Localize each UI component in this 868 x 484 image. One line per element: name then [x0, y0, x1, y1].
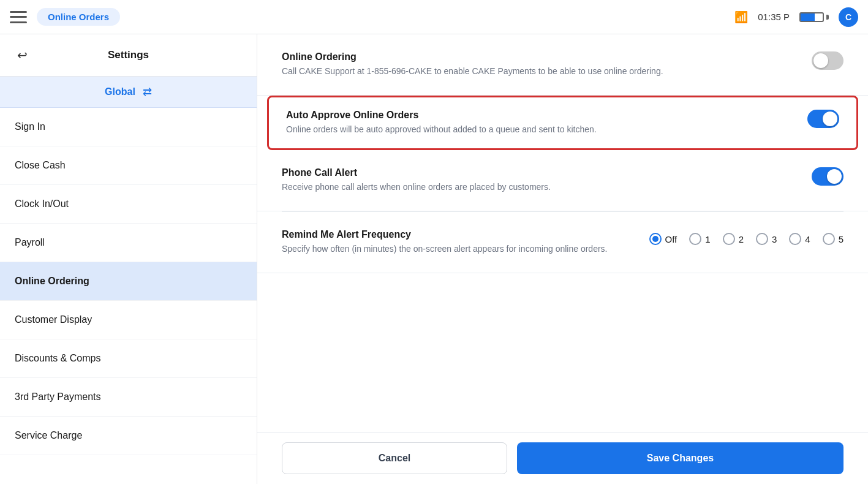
radio-option-5[interactable]: 5: [823, 233, 843, 245]
sidebar-item-close-cash[interactable]: Close Cash: [0, 146, 257, 185]
sidebar-title: Settings: [32, 49, 225, 61]
remind-me-desc: Specify how often (in minutes) the on-sc…: [282, 243, 637, 255]
radio-circle-3: [756, 233, 768, 245]
save-changes-button[interactable]: Save Changes: [517, 442, 843, 474]
online-ordering-row: Online Ordering Call CAKE Support at 1-8…: [282, 51, 843, 78]
topbar-right: 📶 01:35 P C: [734, 7, 858, 27]
radio-option-off[interactable]: Off: [649, 233, 677, 245]
auto-approve-text: Auto Approve Online Orders Online orders…: [286, 110, 795, 136]
battery-indicator: [799, 12, 829, 22]
radio-option-1[interactable]: 1: [689, 233, 710, 245]
sidebar-item-clock-in-out[interactable]: Clock In/Out: [0, 185, 257, 224]
auto-approve-section: Auto Approve Online Orders Online orders…: [267, 96, 858, 150]
avatar[interactable]: C: [839, 7, 858, 27]
back-button[interactable]: ↩: [12, 45, 32, 65]
sidebar-item-customer-display[interactable]: Customer Display: [0, 301, 257, 339]
online-ordering-text: Online Ordering Call CAKE Support at 1-8…: [282, 51, 799, 78]
auto-approve-label: Auto Approve Online Orders: [286, 110, 795, 121]
radio-group: Off 1 2 3: [649, 233, 843, 245]
remind-me-row: Remind Me Alert Frequency Specify how of…: [282, 229, 843, 255]
radio-option-4[interactable]: 4: [789, 233, 810, 245]
menu-icon[interactable]: [10, 11, 27, 23]
phone-call-alert-section: Phone Call Alert Receive phone call aler…: [257, 150, 868, 211]
auto-approve-toggle[interactable]: [807, 110, 839, 128]
auto-approve-row: Auto Approve Online Orders Online orders…: [286, 110, 839, 136]
radio-label-off: Off: [665, 234, 677, 244]
auto-approve-desc: Online orders will be auto approved with…: [286, 123, 715, 136]
radio-circle-5: [823, 233, 835, 245]
sidebar-header: ↩ Settings: [0, 34, 257, 77]
cancel-button[interactable]: Cancel: [282, 442, 507, 474]
phone-call-alert-label: Phone Call Alert: [282, 167, 799, 178]
sidebar-item-3rd-party-payments[interactable]: 3rd Party Payments: [0, 378, 257, 417]
remind-me-label: Remind Me Alert Frequency: [282, 229, 637, 240]
radio-option-3[interactable]: 3: [756, 233, 777, 245]
phone-call-alert-desc: Receive phone call alerts when online or…: [282, 181, 711, 194]
main-layout: ↩ Settings Global ⇄ Sign In Close Cash C…: [0, 34, 868, 484]
phone-call-alert-toggle[interactable]: [812, 167, 843, 186]
sidebar-nav: Sign In Close Cash Clock In/Out Payroll …: [0, 108, 257, 484]
content-scroll: Online Ordering Call CAKE Support at 1-8…: [257, 34, 868, 432]
radio-circle-1: [689, 233, 701, 245]
sidebar-item-online-ordering[interactable]: Online Ordering: [0, 262, 257, 301]
global-bar: Global ⇄: [0, 77, 257, 108]
radio-label-2: 2: [739, 234, 744, 244]
sidebar-item-service-charge[interactable]: Service Charge: [0, 417, 257, 455]
online-ordering-section: Online Ordering Call CAKE Support at 1-8…: [257, 34, 868, 96]
remind-me-left: Remind Me Alert Frequency Specify how of…: [282, 229, 637, 255]
content-area: Online Ordering Call CAKE Support at 1-8…: [257, 34, 868, 484]
remind-me-radio-group: Off 1 2 3: [649, 229, 843, 245]
radio-circle-off: [649, 233, 662, 245]
radio-label-1: 1: [705, 234, 710, 244]
phone-call-alert-row: Phone Call Alert Receive phone call aler…: [282, 167, 843, 194]
sidebar: ↩ Settings Global ⇄ Sign In Close Cash C…: [0, 34, 257, 484]
online-ordering-toggle[interactable]: [812, 51, 843, 70]
radio-circle-2: [723, 233, 735, 245]
topbar: Online Orders 📶 01:35 P C: [0, 0, 868, 34]
sidebar-item-sign-in[interactable]: Sign In: [0, 108, 257, 146]
wifi-icon: 📶: [734, 10, 748, 24]
radio-label-5: 5: [839, 234, 843, 244]
radio-label-4: 4: [805, 234, 810, 244]
radio-label-3: 3: [772, 234, 777, 244]
radio-circle-4: [789, 233, 801, 245]
sidebar-item-payroll[interactable]: Payroll: [0, 224, 257, 262]
phone-call-alert-text: Phone Call Alert Receive phone call aler…: [282, 167, 799, 194]
online-ordering-desc: Call CAKE Support at 1-855-696-CAKE to e…: [282, 65, 711, 78]
topbar-time: 01:35 P: [758, 12, 790, 22]
global-label: Global: [105, 86, 135, 97]
topbar-title-button[interactable]: Online Orders: [37, 8, 120, 26]
radio-option-2[interactable]: 2: [723, 233, 744, 245]
shuffle-icon[interactable]: ⇄: [143, 85, 152, 99]
remind-me-section: Remind Me Alert Frequency Specify how of…: [257, 212, 868, 273]
sidebar-item-discounts-comps[interactable]: Discounts & Comps: [0, 339, 257, 378]
online-ordering-label: Online Ordering: [282, 51, 799, 62]
content-footer: Cancel Save Changes: [257, 432, 868, 484]
